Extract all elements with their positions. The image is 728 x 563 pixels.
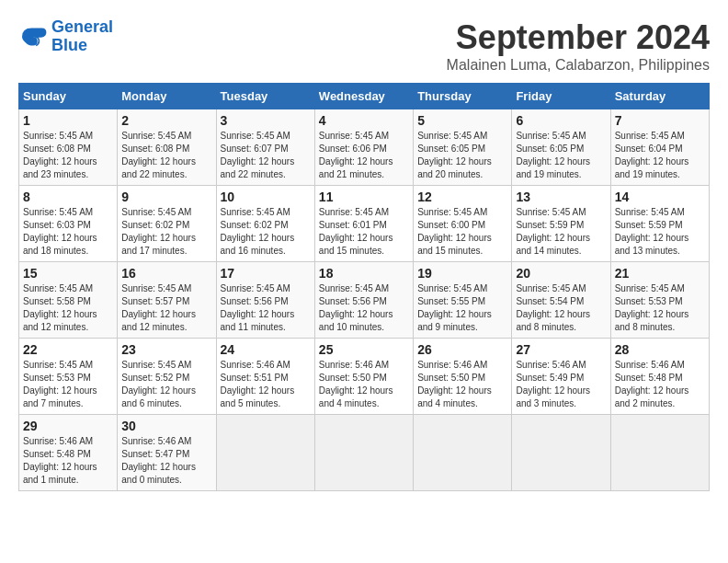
day-info: Sunrise: 5:45 AM Sunset: 5:59 PM Dayligh… — [615, 206, 705, 258]
day-info: Sunrise: 5:45 AM Sunset: 6:02 PM Dayligh… — [121, 206, 211, 258]
calendar-cell: 15 Sunrise: 5:45 AM Sunset: 5:58 PM Dayl… — [19, 262, 118, 339]
day-info: Sunrise: 5:45 AM Sunset: 6:02 PM Dayligh… — [221, 206, 311, 258]
day-number: 8 — [23, 190, 113, 204]
day-number: 4 — [319, 113, 409, 128]
calendar-cell: 2 Sunrise: 5:45 AM Sunset: 6:08 PM Dayli… — [118, 109, 216, 186]
day-info: Sunrise: 5:45 AM Sunset: 5:56 PM Dayligh… — [221, 282, 311, 334]
calendar-header-row: SundayMondayTuesdayWednesdayThursdayFrid… — [19, 84, 710, 109]
header-monday: Monday — [118, 84, 216, 109]
day-number: 30 — [121, 419, 211, 433]
calendar-cell: 20 Sunrise: 5:45 AM Sunset: 5:54 PM Dayl… — [512, 262, 610, 339]
logo-icon — [18, 22, 48, 52]
day-info: Sunrise: 5:46 AM Sunset: 5:50 PM Dayligh… — [319, 359, 409, 410]
calendar-week-2: 8 Sunrise: 5:45 AM Sunset: 6:03 PM Dayli… — [19, 186, 710, 262]
calendar-cell: 12 Sunrise: 5:45 AM Sunset: 6:00 PM Dayl… — [414, 186, 512, 262]
calendar-cell: 11 Sunrise: 5:45 AM Sunset: 6:01 PM Dayl… — [314, 186, 413, 262]
day-info: Sunrise: 5:45 AM Sunset: 5:58 PM Dayligh… — [23, 282, 113, 334]
calendar-cell: 7 Sunrise: 5:45 AM Sunset: 6:04 PM Dayli… — [610, 109, 709, 186]
calendar-cell — [610, 415, 709, 491]
calendar-cell: 4 Sunrise: 5:45 AM Sunset: 6:06 PM Dayli… — [314, 109, 413, 186]
calendar-cell: 19 Sunrise: 5:45 AM Sunset: 5:55 PM Dayl… — [414, 262, 512, 339]
day-info: Sunrise: 5:45 AM Sunset: 6:08 PM Dayligh… — [121, 130, 211, 181]
day-info: Sunrise: 5:45 AM Sunset: 6:07 PM Dayligh… — [221, 130, 311, 181]
calendar-cell: 23 Sunrise: 5:45 AM Sunset: 5:52 PM Dayl… — [118, 339, 216, 415]
day-number: 21 — [615, 266, 705, 281]
calendar-cell: 30 Sunrise: 5:46 AM Sunset: 5:47 PM Dayl… — [118, 415, 216, 491]
calendar-cell: 13 Sunrise: 5:45 AM Sunset: 5:59 PM Dayl… — [512, 186, 610, 262]
day-info: Sunrise: 5:46 AM Sunset: 5:50 PM Dayligh… — [417, 359, 507, 410]
day-number: 17 — [221, 266, 311, 281]
calendar-cell: 14 Sunrise: 5:45 AM Sunset: 5:59 PM Dayl… — [610, 186, 709, 262]
header-friday: Friday — [512, 84, 610, 109]
day-info: Sunrise: 5:45 AM Sunset: 5:54 PM Dayligh… — [516, 282, 606, 334]
day-number: 15 — [23, 266, 113, 281]
calendar-cell: 28 Sunrise: 5:46 AM Sunset: 5:48 PM Dayl… — [610, 339, 709, 415]
day-info: Sunrise: 5:45 AM Sunset: 6:00 PM Dayligh… — [417, 206, 507, 258]
day-info: Sunrise: 5:45 AM Sunset: 6:01 PM Dayligh… — [319, 206, 409, 258]
day-number: 20 — [516, 266, 606, 281]
calendar-cell: 24 Sunrise: 5:46 AM Sunset: 5:51 PM Dayl… — [216, 339, 314, 415]
calendar-cell: 6 Sunrise: 5:45 AM Sunset: 6:05 PM Dayli… — [512, 109, 610, 186]
header-saturday: Saturday — [610, 84, 709, 109]
header-thursday: Thursday — [414, 84, 512, 109]
calendar-cell: 26 Sunrise: 5:46 AM Sunset: 5:50 PM Dayl… — [414, 339, 512, 415]
calendar-cell: 3 Sunrise: 5:45 AM Sunset: 6:07 PM Dayli… — [216, 109, 314, 186]
day-number: 18 — [319, 266, 409, 281]
day-number: 13 — [516, 190, 606, 204]
calendar-cell — [414, 415, 512, 491]
day-number: 23 — [121, 342, 211, 357]
logo: General Blue — [18, 18, 113, 55]
day-number: 22 — [23, 342, 113, 357]
logo-text: General Blue — [51, 18, 113, 55]
day-info: Sunrise: 5:45 AM Sunset: 5:57 PM Dayligh… — [121, 282, 211, 334]
calendar-week-4: 22 Sunrise: 5:45 AM Sunset: 5:53 PM Dayl… — [19, 339, 710, 415]
day-info: Sunrise: 5:45 AM Sunset: 5:53 PM Dayligh… — [23, 359, 113, 410]
calendar-week-1: 1 Sunrise: 5:45 AM Sunset: 6:08 PM Dayli… — [19, 109, 710, 186]
calendar-cell: 5 Sunrise: 5:45 AM Sunset: 6:05 PM Dayli… — [414, 109, 512, 186]
month-title: September 2024 — [447, 18, 710, 57]
day-info: Sunrise: 5:46 AM Sunset: 5:48 PM Dayligh… — [615, 359, 705, 410]
day-number: 25 — [319, 342, 409, 357]
calendar-cell — [216, 415, 314, 491]
header-sunday: Sunday — [19, 84, 118, 109]
day-number: 19 — [417, 266, 507, 281]
day-info: Sunrise: 5:45 AM Sunset: 6:05 PM Dayligh… — [417, 130, 507, 181]
calendar-cell: 21 Sunrise: 5:45 AM Sunset: 5:53 PM Dayl… — [610, 262, 709, 339]
day-number: 3 — [221, 113, 311, 128]
day-info: Sunrise: 5:46 AM Sunset: 5:51 PM Dayligh… — [221, 359, 311, 410]
calendar-week-5: 29 Sunrise: 5:46 AM Sunset: 5:48 PM Dayl… — [19, 415, 710, 491]
day-number: 5 — [417, 113, 507, 128]
logo-line2: Blue — [51, 36, 87, 54]
header-tuesday: Tuesday — [216, 84, 314, 109]
day-number: 14 — [615, 190, 705, 204]
day-number: 12 — [417, 190, 507, 204]
day-number: 28 — [615, 342, 705, 357]
calendar-cell: 18 Sunrise: 5:45 AM Sunset: 5:56 PM Dayl… — [314, 262, 413, 339]
calendar-cell: 10 Sunrise: 5:45 AM Sunset: 6:02 PM Dayl… — [216, 186, 314, 262]
day-info: Sunrise: 5:45 AM Sunset: 5:52 PM Dayligh… — [121, 359, 211, 410]
day-info: Sunrise: 5:45 AM Sunset: 5:53 PM Dayligh… — [615, 282, 705, 334]
day-number: 7 — [615, 113, 705, 128]
calendar-cell: 22 Sunrise: 5:45 AM Sunset: 5:53 PM Dayl… — [19, 339, 118, 415]
day-number: 9 — [121, 190, 211, 204]
day-number: 11 — [319, 190, 409, 204]
day-info: Sunrise: 5:46 AM Sunset: 5:48 PM Dayligh… — [23, 435, 113, 487]
header-wednesday: Wednesday — [314, 84, 413, 109]
calendar-cell: 9 Sunrise: 5:45 AM Sunset: 6:02 PM Dayli… — [118, 186, 216, 262]
day-number: 24 — [221, 342, 311, 357]
day-info: Sunrise: 5:46 AM Sunset: 5:47 PM Dayligh… — [121, 435, 211, 487]
calendar-table: SundayMondayTuesdayWednesdayThursdayFrid… — [18, 83, 710, 491]
day-number: 29 — [23, 419, 113, 433]
day-info: Sunrise: 5:45 AM Sunset: 6:04 PM Dayligh… — [615, 130, 705, 181]
day-number: 10 — [221, 190, 311, 204]
day-info: Sunrise: 5:45 AM Sunset: 5:55 PM Dayligh… — [417, 282, 507, 334]
logo-line1: General — [51, 17, 113, 36]
day-number: 2 — [121, 113, 211, 128]
calendar-cell: 25 Sunrise: 5:46 AM Sunset: 5:50 PM Dayl… — [314, 339, 413, 415]
calendar-cell: 17 Sunrise: 5:45 AM Sunset: 5:56 PM Dayl… — [216, 262, 314, 339]
calendar-cell: 8 Sunrise: 5:45 AM Sunset: 6:03 PM Dayli… — [19, 186, 118, 262]
day-info: Sunrise: 5:45 AM Sunset: 6:03 PM Dayligh… — [23, 206, 113, 258]
day-info: Sunrise: 5:46 AM Sunset: 5:49 PM Dayligh… — [516, 359, 606, 410]
day-info: Sunrise: 5:45 AM Sunset: 6:06 PM Dayligh… — [319, 130, 409, 181]
day-info: Sunrise: 5:45 AM Sunset: 6:08 PM Dayligh… — [23, 130, 113, 181]
